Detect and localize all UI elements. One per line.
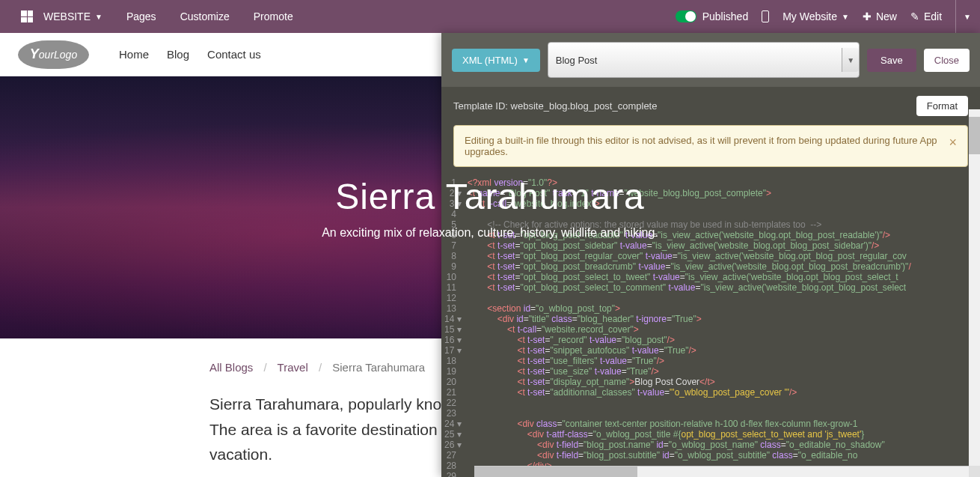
format-button[interactable]: Format [916,96,968,116]
xml-mode-button[interactable]: XML (HTML)▼ [452,49,540,72]
pages-menu[interactable]: Pages [114,10,168,22]
promote-menu[interactable]: Promote [242,10,305,22]
scroll-corner [969,466,980,477]
warning-alert: Editing a built-in file through this edi… [453,125,968,167]
hero-subtitle: An exciting mix of relaxation, culture, … [322,226,658,240]
hero-title: Sierra Tarahumara [335,176,645,217]
save-button[interactable]: Save [867,49,916,72]
publish-toggle[interactable]: Published [676,10,749,22]
nav-blog[interactable]: Blog [167,48,189,61]
code-area[interactable]: 1 2 ▾ 3 ▾ 4 5 6 7 8 9 10 11 12 13 14 ▾15… [441,174,980,477]
website-menu[interactable]: WEBSITE ▼ [9,10,114,22]
breadcrumb-all[interactable]: All Blogs [209,361,253,374]
close-button[interactable]: Close [924,49,970,72]
template-select[interactable]: Blog Post ▼ [548,42,860,78]
site-switcher[interactable]: My Website▼ [783,10,849,22]
vertical-scrollbar[interactable] [969,109,980,466]
customize-menu[interactable]: Customize [168,10,242,22]
template-id-label: Template ID: website_blog.blog_post_comp… [453,100,657,112]
site-logo[interactable]: YourLogo [18,40,89,69]
plus-icon: ✚ [863,10,872,22]
horizontal-scrollbar[interactable] [474,466,969,477]
top-menubar: WEBSITE ▼ Pages Customize Promote Publis… [0,0,980,33]
breadcrumb-travel[interactable]: Travel [278,361,308,374]
apps-icon [21,10,33,22]
caret-icon: ▼ [95,13,102,21]
code-editor-panel: XML (HTML)▼ Blog Post ▼ Save Close Templ… [441,33,980,477]
editor-toolbar: XML (HTML)▼ Blog Post ▼ Save Close [441,33,980,87]
edit-button[interactable]: ✎Edit [910,10,942,22]
nav-contact[interactable]: Contact us [207,48,261,61]
mobile-preview-icon[interactable] [762,10,769,22]
breadcrumb-current: Sierra Tarahumara [332,361,425,374]
toggle-icon [676,10,696,22]
close-icon[interactable]: × [949,135,957,151]
nav-home[interactable]: Home [119,48,149,61]
more-dropdown[interactable]: ▼ [955,0,971,33]
pencil-icon: ✎ [910,10,919,22]
new-button[interactable]: ✚New [863,10,897,22]
